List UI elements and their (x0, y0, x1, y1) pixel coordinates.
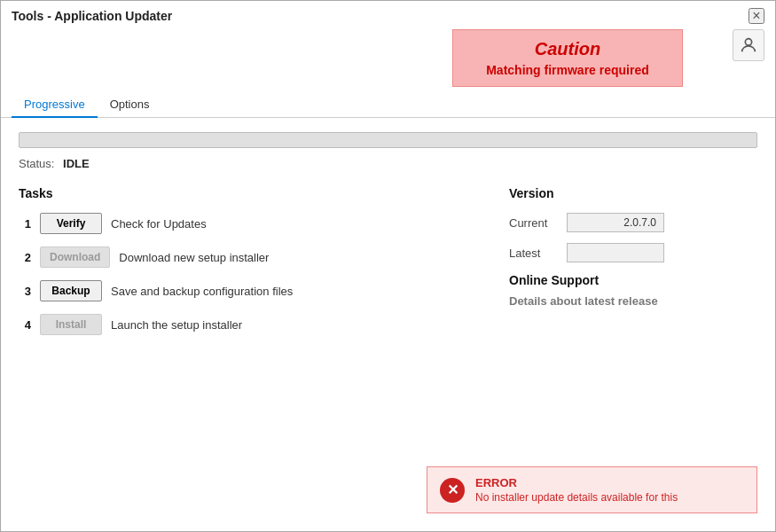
caution-box: Caution Matching firmware required (452, 29, 683, 87)
task-desc-1: Check for Updates (111, 217, 207, 231)
task-desc-2: Download new setup installer (119, 251, 269, 264)
error-text-block: ERROR No installer update details availa… (475, 476, 678, 504)
task-desc-3: Save and backup configuration files (111, 285, 293, 298)
close-button[interactable]: × (749, 8, 764, 24)
version-latest-row: Latest (509, 243, 757, 262)
status-label: Status: (19, 157, 54, 170)
task-number-2: 2 (19, 251, 31, 264)
tab-progressive[interactable]: Progressive (12, 90, 98, 118)
task-row-2: 2 Download Download new setup installer (19, 246, 482, 268)
task-desc-4: Launch the setup installer (111, 318, 242, 332)
install-button[interactable]: Install (40, 314, 102, 335)
task-number-1: 1 (19, 217, 31, 231)
online-support-title: Online Support (509, 273, 757, 287)
header-row: Caution Matching firmware required (1, 29, 775, 87)
version-title: Version (509, 186, 757, 200)
tab-options[interactable]: Options (98, 90, 162, 118)
task-row-1: 1 Verify Check for Updates (19, 213, 482, 234)
task-row-4: 4 Install Launch the setup installer (19, 314, 482, 335)
error-title: ERROR (475, 476, 678, 489)
tasks-title: Tasks (19, 186, 482, 200)
version-latest-label: Latest (509, 246, 558, 260)
avatar-icon[interactable] (733, 29, 764, 61)
app-window: Tools - Application Updater × Caution Ma… (0, 0, 776, 532)
version-latest-input[interactable] (567, 243, 664, 262)
version-current-input[interactable] (567, 213, 664, 232)
status-value: IDLE (63, 157, 90, 170)
svg-point-0 (745, 39, 751, 45)
error-message: No installer update details available fo… (475, 491, 678, 504)
title-bar: Tools - Application Updater × (1, 1, 775, 29)
caution-subtitle: Matching firmware required (471, 63, 664, 77)
progress-bar-container (19, 132, 757, 148)
support-link[interactable]: Details about latest release (509, 294, 757, 308)
task-number-3: 3 (19, 285, 31, 298)
verify-button[interactable]: Verify (40, 213, 102, 234)
status-row: Status: IDLE (19, 157, 757, 170)
backup-button[interactable]: Backup (40, 280, 102, 301)
error-icon: ✕ (440, 478, 465, 503)
version-current-label: Current (509, 216, 558, 230)
error-box: ✕ ERROR No installer update details avai… (427, 466, 757, 513)
caution-title: Caution (471, 39, 664, 59)
download-button[interactable]: Download (40, 246, 110, 268)
version-current-row: Current (509, 213, 757, 232)
task-number-4: 4 (19, 318, 31, 332)
window-title: Tools - Application Updater (12, 9, 172, 23)
tabs-row: Progressive Options (1, 90, 775, 118)
task-row-3: 3 Backup Save and backup configuration f… (19, 280, 482, 301)
